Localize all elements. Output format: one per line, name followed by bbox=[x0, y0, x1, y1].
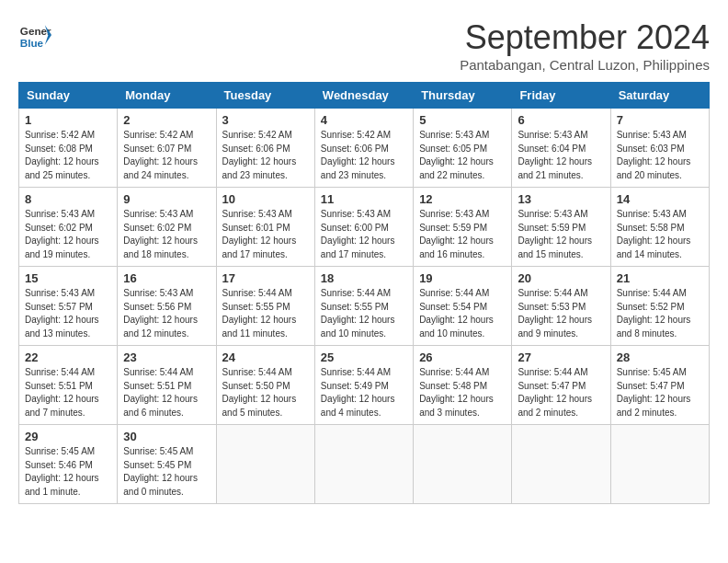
day-number: 21 bbox=[617, 271, 703, 285]
day-info: Sunrise: 5:42 AM Sunset: 6:07 PM Dayligh… bbox=[123, 129, 210, 182]
day-number: 4 bbox=[321, 113, 407, 127]
svg-text:General: General bbox=[20, 25, 51, 37]
day-info: Sunrise: 5:43 AM Sunset: 5:59 PM Dayligh… bbox=[518, 208, 604, 261]
calendar-cell: 6 Sunrise: 5:43 AM Sunset: 6:04 PM Dayli… bbox=[512, 109, 610, 188]
calendar-cell: 1 Sunrise: 5:42 AM Sunset: 6:08 PM Dayli… bbox=[19, 109, 118, 188]
weekday-header-tuesday: Tuesday bbox=[216, 83, 314, 109]
day-number: 10 bbox=[222, 192, 309, 206]
logo-icon: General Blue bbox=[18, 18, 51, 52]
day-number: 30 bbox=[123, 430, 210, 443]
calendar-cell bbox=[216, 425, 314, 504]
svg-text:Blue: Blue bbox=[20, 37, 44, 49]
calendar-cell: 12 Sunrise: 5:43 AM Sunset: 5:59 PM Dayl… bbox=[414, 188, 512, 267]
calendar-cell: 16 Sunrise: 5:43 AM Sunset: 5:56 PM Dayl… bbox=[118, 267, 216, 346]
weekday-header-saturday: Saturday bbox=[610, 83, 709, 109]
day-number: 12 bbox=[419, 192, 506, 206]
title-area: September 2024 Pantabangan, Central Luzo… bbox=[460, 18, 710, 73]
day-number: 25 bbox=[321, 350, 407, 364]
week-row-5: 29 Sunrise: 5:45 AM Sunset: 5:46 PM Dayl… bbox=[19, 425, 710, 504]
day-number: 8 bbox=[25, 192, 111, 206]
week-row-4: 22 Sunrise: 5:44 AM Sunset: 5:51 PM Dayl… bbox=[19, 346, 710, 425]
day-number: 3 bbox=[222, 113, 309, 127]
day-info: Sunrise: 5:43 AM Sunset: 6:01 PM Dayligh… bbox=[222, 208, 309, 261]
weekday-header-friday: Friday bbox=[512, 83, 610, 109]
calendar-cell bbox=[610, 425, 709, 504]
weekday-header-thursday: Thursday bbox=[414, 83, 512, 109]
day-number: 22 bbox=[25, 350, 111, 364]
calendar-cell: 24 Sunrise: 5:44 AM Sunset: 5:50 PM Dayl… bbox=[216, 346, 314, 425]
day-info: Sunrise: 5:43 AM Sunset: 5:56 PM Dayligh… bbox=[123, 287, 210, 340]
day-number: 15 bbox=[25, 271, 111, 285]
day-number: 6 bbox=[518, 113, 604, 127]
calendar-cell: 17 Sunrise: 5:44 AM Sunset: 5:55 PM Dayl… bbox=[216, 267, 314, 346]
calendar-cell: 20 Sunrise: 5:44 AM Sunset: 5:53 PM Dayl… bbox=[512, 267, 610, 346]
calendar-cell: 4 Sunrise: 5:42 AM Sunset: 6:06 PM Dayli… bbox=[314, 109, 413, 188]
day-info: Sunrise: 5:43 AM Sunset: 6:04 PM Dayligh… bbox=[518, 129, 604, 182]
day-info: Sunrise: 5:44 AM Sunset: 5:53 PM Dayligh… bbox=[518, 287, 604, 340]
week-row-1: 1 Sunrise: 5:42 AM Sunset: 6:08 PM Dayli… bbox=[19, 109, 710, 188]
day-number: 26 bbox=[419, 350, 506, 364]
calendar-cell: 9 Sunrise: 5:43 AM Sunset: 6:02 PM Dayli… bbox=[118, 188, 216, 267]
calendar-cell bbox=[414, 425, 512, 504]
day-number: 27 bbox=[518, 350, 604, 364]
calendar-cell: 8 Sunrise: 5:43 AM Sunset: 6:02 PM Dayli… bbox=[19, 188, 118, 267]
day-info: Sunrise: 5:44 AM Sunset: 5:50 PM Dayligh… bbox=[222, 366, 309, 419]
day-number: 19 bbox=[419, 271, 506, 285]
day-number: 1 bbox=[25, 113, 111, 127]
calendar-cell: 23 Sunrise: 5:44 AM Sunset: 5:51 PM Dayl… bbox=[118, 346, 216, 425]
calendar-cell: 2 Sunrise: 5:42 AM Sunset: 6:07 PM Dayli… bbox=[118, 109, 216, 188]
day-info: Sunrise: 5:45 AM Sunset: 5:45 PM Dayligh… bbox=[123, 445, 210, 499]
calendar-cell: 19 Sunrise: 5:44 AM Sunset: 5:54 PM Dayl… bbox=[414, 267, 512, 346]
day-info: Sunrise: 5:45 AM Sunset: 5:47 PM Dayligh… bbox=[617, 366, 703, 419]
day-number: 13 bbox=[518, 192, 604, 206]
day-info: Sunrise: 5:44 AM Sunset: 5:51 PM Dayligh… bbox=[25, 366, 111, 419]
calendar-cell bbox=[314, 425, 413, 504]
month-title: September 2024 bbox=[460, 18, 710, 57]
calendar-cell: 26 Sunrise: 5:44 AM Sunset: 5:48 PM Dayl… bbox=[414, 346, 512, 425]
calendar-cell: 13 Sunrise: 5:43 AM Sunset: 5:59 PM Dayl… bbox=[512, 188, 610, 267]
calendar-cell: 25 Sunrise: 5:44 AM Sunset: 5:49 PM Dayl… bbox=[314, 346, 413, 425]
day-info: Sunrise: 5:43 AM Sunset: 5:58 PM Dayligh… bbox=[617, 208, 703, 261]
week-row-2: 8 Sunrise: 5:43 AM Sunset: 6:02 PM Dayli… bbox=[19, 188, 710, 267]
day-info: Sunrise: 5:43 AM Sunset: 6:03 PM Dayligh… bbox=[617, 129, 703, 182]
calendar-cell: 22 Sunrise: 5:44 AM Sunset: 5:51 PM Dayl… bbox=[19, 346, 118, 425]
day-info: Sunrise: 5:42 AM Sunset: 6:06 PM Dayligh… bbox=[321, 129, 407, 182]
day-number: 14 bbox=[617, 192, 703, 206]
day-number: 11 bbox=[321, 192, 407, 206]
calendar-cell: 3 Sunrise: 5:42 AM Sunset: 6:06 PM Dayli… bbox=[216, 109, 314, 188]
day-info: Sunrise: 5:43 AM Sunset: 5:57 PM Dayligh… bbox=[25, 287, 111, 340]
day-info: Sunrise: 5:43 AM Sunset: 6:00 PM Dayligh… bbox=[321, 208, 407, 261]
calendar-cell: 27 Sunrise: 5:44 AM Sunset: 5:47 PM Dayl… bbox=[512, 346, 610, 425]
day-info: Sunrise: 5:44 AM Sunset: 5:55 PM Dayligh… bbox=[222, 287, 309, 340]
day-info: Sunrise: 5:45 AM Sunset: 5:46 PM Dayligh… bbox=[25, 445, 111, 499]
week-row-3: 15 Sunrise: 5:43 AM Sunset: 5:57 PM Dayl… bbox=[19, 267, 710, 346]
day-info: Sunrise: 5:43 AM Sunset: 6:02 PM Dayligh… bbox=[25, 208, 111, 261]
day-number: 2 bbox=[123, 113, 210, 127]
day-info: Sunrise: 5:43 AM Sunset: 6:02 PM Dayligh… bbox=[123, 208, 210, 261]
calendar-cell: 21 Sunrise: 5:44 AM Sunset: 5:52 PM Dayl… bbox=[610, 267, 709, 346]
day-number: 7 bbox=[617, 113, 703, 127]
day-number: 17 bbox=[222, 271, 309, 285]
day-number: 9 bbox=[123, 192, 210, 206]
day-info: Sunrise: 5:44 AM Sunset: 5:51 PM Dayligh… bbox=[123, 366, 210, 419]
calendar-cell: 5 Sunrise: 5:43 AM Sunset: 6:05 PM Dayli… bbox=[414, 109, 512, 188]
day-info: Sunrise: 5:42 AM Sunset: 6:06 PM Dayligh… bbox=[222, 129, 309, 182]
day-number: 29 bbox=[25, 430, 111, 443]
day-info: Sunrise: 5:44 AM Sunset: 5:55 PM Dayligh… bbox=[321, 287, 407, 340]
weekday-header-monday: Monday bbox=[118, 83, 216, 109]
weekday-header-sunday: Sunday bbox=[19, 83, 118, 109]
day-info: Sunrise: 5:44 AM Sunset: 5:48 PM Dayligh… bbox=[419, 366, 506, 419]
logo: General Blue bbox=[18, 18, 51, 52]
day-number: 23 bbox=[123, 350, 210, 364]
day-number: 28 bbox=[617, 350, 703, 364]
day-number: 20 bbox=[518, 271, 604, 285]
calendar-cell: 30 Sunrise: 5:45 AM Sunset: 5:45 PM Dayl… bbox=[118, 425, 216, 504]
day-info: Sunrise: 5:44 AM Sunset: 5:47 PM Dayligh… bbox=[518, 366, 604, 419]
calendar-cell bbox=[512, 425, 610, 504]
calendar-cell: 29 Sunrise: 5:45 AM Sunset: 5:46 PM Dayl… bbox=[19, 425, 118, 504]
day-info: Sunrise: 5:44 AM Sunset: 5:52 PM Dayligh… bbox=[617, 287, 703, 340]
calendar-cell: 15 Sunrise: 5:43 AM Sunset: 5:57 PM Dayl… bbox=[19, 267, 118, 346]
calendar-cell: 14 Sunrise: 5:43 AM Sunset: 5:58 PM Dayl… bbox=[610, 188, 709, 267]
day-info: Sunrise: 5:44 AM Sunset: 5:49 PM Dayligh… bbox=[321, 366, 407, 419]
day-info: Sunrise: 5:43 AM Sunset: 5:59 PM Dayligh… bbox=[419, 208, 506, 261]
